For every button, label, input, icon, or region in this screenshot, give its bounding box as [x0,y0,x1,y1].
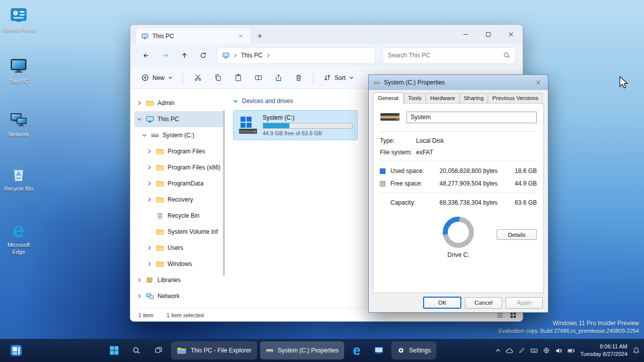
new-tab-button[interactable] [252,28,267,43]
chevron-right-icon[interactable] [136,278,142,283]
drive-usage-bar [263,123,353,129]
explorer-tab[interactable]: This PC [136,28,250,44]
tree-item-recovery[interactable]: Recovery [134,192,225,208]
cancel-button[interactable]: Cancel [465,297,502,309]
toolbar-divider [183,72,183,83]
desktop-icon-network[interactable]: Network [2,110,36,138]
back-button[interactable] [137,47,154,63]
refresh-button[interactable] [195,47,212,63]
apply-button[interactable]: Apply [506,297,543,309]
chevron-right-icon[interactable] [146,197,152,202]
desktop-icon-recycle-bin[interactable]: Recycle Bin [2,164,36,193]
up-button[interactable] [176,47,193,63]
task-view-button[interactable] [149,341,168,360]
taskbar-app-settings[interactable]: Settings [391,341,436,359]
tree-item-programdata[interactable]: ProgramData [134,175,225,192]
tree-item-recycle-bin[interactable]: Recycle Bin [134,208,225,224]
taskbar-app-label: This PC - File Explorer [191,347,252,354]
delete-button[interactable] [289,69,308,86]
start-button[interactable] [105,341,124,360]
cut-button[interactable] [188,69,207,86]
explorer-title-bar[interactable]: This PC [130,25,523,44]
maximize-button[interactable] [477,25,500,43]
rename-button[interactable] [249,69,268,86]
tree-item-system-c[interactable]: System (C:) [134,127,225,143]
tree-scrollbar[interactable] [223,110,225,276]
tab-general[interactable]: General [373,93,404,104]
tab-sharing[interactable]: Sharing [460,93,488,103]
search-box[interactable] [382,47,516,64]
taskbar-app-properties[interactable]: System (C:) Properties [260,341,344,359]
chevron-right-icon[interactable] [136,294,142,299]
pinned-app-icon[interactable] [369,341,388,360]
minimize-button[interactable] [454,25,477,43]
used-space-bytes: 20,058,828,800 bytes [435,167,498,174]
tree-item-network[interactable]: Network [134,288,225,304]
address-bar[interactable]: This PC [217,47,375,64]
chevron-right-icon[interactable] [146,149,152,154]
tab-tools[interactable]: Tools [404,93,426,103]
desktop-icon-microsoft-edge[interactable]: e Microsoft Edge [2,220,36,256]
properties-dialog: System (C:) Properties General Tools Har… [368,74,548,313]
taskbar-clock[interactable]: 8:06:11 AM Tuesday 8/27/2024 [580,343,627,358]
share-button[interactable] [269,69,288,86]
keyboard-icon[interactable] [530,347,538,354]
status-selected-count: 1 item selected [167,312,204,318]
chevron-right-icon[interactable] [146,245,152,250]
control-panel-icon [10,5,28,25]
widgets-icon[interactable] [10,344,22,356]
battery-icon[interactable] [568,347,575,354]
tab-close-button[interactable] [236,32,245,41]
tree-item-windows[interactable]: Windows [134,256,225,272]
taskbar-app-file-explorer[interactable]: This PC - File Explorer [171,341,257,359]
tree-item-users[interactable]: Users [134,240,225,256]
chevron-down-icon[interactable] [141,133,147,138]
tree-item-program-files[interactable]: Program Files [134,143,225,159]
file-explorer-icon [177,345,187,355]
tree-item-system-volume-information[interactable]: System Volume Inf [134,224,225,240]
details-button[interactable]: Details [497,229,537,240]
network-icon [146,292,154,300]
onedrive-cloud-icon[interactable] [506,347,513,354]
windows-logo-icon [110,346,119,355]
tab-previous-versions[interactable]: Previous Versions [488,93,542,103]
chevron-right-icon[interactable] [136,101,142,106]
window-close-button[interactable] [500,25,522,43]
tree-item-program-files-x86[interactable]: Program Files (x86) [134,159,225,175]
chevron-right-icon[interactable] [146,165,152,170]
sort-button[interactable]: Sort [318,70,359,85]
notifications-bell-icon[interactable] [632,347,640,354]
breadcrumb-this-pc[interactable]: This PC [241,52,263,59]
volume-label-input[interactable] [407,112,537,123]
tab-hardware[interactable]: Hardware [426,93,459,103]
chevron-right-icon[interactable] [146,181,152,186]
dialog-close-button[interactable] [532,77,545,88]
network-globe-icon[interactable] [543,347,550,354]
pen-icon[interactable] [518,347,525,354]
desktop-icon-this-pc[interactable]: This PC [2,56,36,85]
tree-item-admin[interactable]: Admin [134,95,225,111]
forward-button[interactable] [156,47,174,63]
chevron-down-icon [233,99,238,104]
taskbar-edge-button[interactable]: e [347,341,366,360]
desktop-icon-control-panel[interactable]: Control Panel [2,5,36,34]
chevron-right-icon[interactable] [146,261,152,266]
taskbar-search-button[interactable] [127,341,146,360]
chevron-right-icon[interactable] [266,53,271,58]
drive-item-system-c[interactable]: System (C:) 44.9 GB free of 63.6 GB [233,110,358,140]
tree-item-this-pc[interactable]: This PC [134,111,225,127]
ok-button[interactable]: OK [423,297,461,309]
taskbar-app-label: Settings [409,347,431,354]
paste-button[interactable] [228,69,248,86]
chevron-down-icon[interactable] [136,117,142,122]
screen: Control Panel This PC Network Recycle Bi… [0,0,644,362]
volume-icon[interactable] [555,347,562,354]
new-button[interactable]: New [136,70,178,85]
tree-item-label: Users [168,244,183,251]
hidden-icons-chevron-icon[interactable] [496,348,501,353]
used-space-swatch [380,168,385,174]
search-input[interactable] [388,52,503,59]
copy-button[interactable] [208,69,227,86]
dialog-title-bar[interactable]: System (C:) Properties [369,75,548,90]
tree-item-libraries[interactable]: Libraries [134,272,225,288]
